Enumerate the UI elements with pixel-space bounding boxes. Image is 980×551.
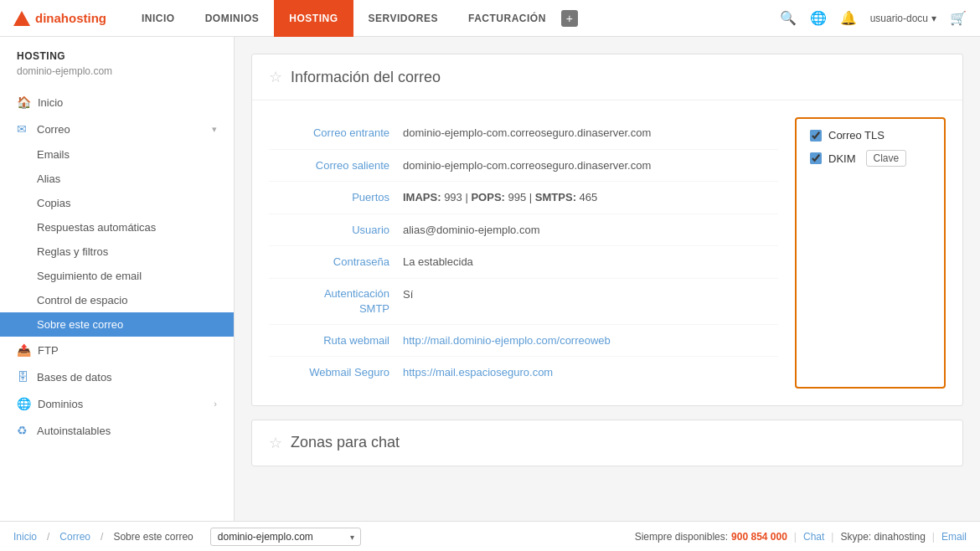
label-puertos: Puertos xyxy=(269,189,403,206)
ftp-icon: 📤 xyxy=(17,343,31,357)
sep-skype-email: | xyxy=(932,531,935,543)
nav-servidores[interactable]: SERVIDORES xyxy=(353,0,453,37)
email-link[interactable]: Email xyxy=(941,531,967,543)
sep-chat-skype: | xyxy=(831,531,833,543)
sidebar-item-correo[interactable]: ✉ Correo ▾ xyxy=(0,116,234,142)
pops-value: 995 xyxy=(508,191,529,203)
star-icon[interactable]: ☆ xyxy=(269,68,282,86)
chevron-right-icon: › xyxy=(214,399,217,409)
logo[interactable]: dinahosting xyxy=(13,11,106,26)
sidebar-item-bases[interactable]: 🗄 Bases de datos xyxy=(0,363,234,390)
sidebar-item-autoinstalables[interactable]: ♻ Autoinstalables xyxy=(0,417,234,444)
info-row-usuario: Usuario alias@dominio-ejemplo.com xyxy=(269,214,778,247)
dkim-label: DKIM xyxy=(828,152,856,165)
logo-triangle-icon xyxy=(13,11,30,26)
correo-tls-label: Correo TLS xyxy=(828,129,885,142)
sidebar-item-ftp-label: FTP xyxy=(38,344,59,357)
value-ruta-webmail: http://mail.dominio-ejemplo.com/correowe… xyxy=(403,332,611,349)
webmail-link[interactable]: http://mail.dominio-ejemplo.com/correowe… xyxy=(403,334,611,347)
info-card: ☆ Información del correo Correo entrante… xyxy=(251,54,963,406)
label-correo-saliente: Correo saliente xyxy=(269,157,403,174)
info-row-webmail: Ruta webmail http://mail.dominio-ejemplo… xyxy=(269,325,778,358)
zonas-card-header: ☆ Zonas para chat xyxy=(252,420,962,466)
breadcrumb-correo[interactable]: Correo xyxy=(59,531,90,543)
logo-text: dinahosting xyxy=(35,11,106,25)
sidebar-item-dominios-label: Dominios xyxy=(38,398,83,410)
breadcrumb-sep-1: / xyxy=(47,531,49,543)
value-contrasena: La establecida xyxy=(403,254,473,270)
sidebar-sub-seguimiento[interactable]: Seguimiento de email xyxy=(0,264,234,288)
domain-select-container: dominio-ejemplo.com ▾ xyxy=(210,528,361,546)
sidebar-sub-control[interactable]: Control de espacio xyxy=(0,288,234,312)
sidebar-sub-alias[interactable]: Alias xyxy=(0,167,234,191)
value-webmail-seguro: https://mail.espacioseguro.com xyxy=(403,364,553,381)
sidebar-sub-emails[interactable]: Emails xyxy=(0,142,234,167)
value-usuario: alias@dominio-ejemplo.com xyxy=(403,222,539,239)
zonas-star-icon[interactable]: ☆ xyxy=(269,434,282,452)
email-icon: ✉ xyxy=(17,122,30,136)
nav-icons: 🔍 🌐 🔔 usuario-docu ▾ 🛒 xyxy=(780,10,967,26)
smtps-value: 465 xyxy=(580,191,598,203)
label-correo-entrante: Correo entrante xyxy=(269,125,403,142)
sidebar-section-title: HOSTING xyxy=(0,50,234,65)
sep-phone-chat: | xyxy=(794,531,797,543)
sidebar-item-autoinstalables-label: Autoinstalables xyxy=(37,425,111,437)
webmail-seguro-link[interactable]: https://mail.espacioseguro.com xyxy=(403,366,553,378)
search-icon[interactable]: 🔍 xyxy=(780,10,797,26)
bottom-bar: Inicio / Correo / Sobre este correo domi… xyxy=(0,521,980,551)
info-row-webmail-seguro: Webmail Seguro https://mail.espaciosegur… xyxy=(269,357,778,389)
correo-tls-item: Correo TLS xyxy=(810,129,931,142)
sidebar-domain: dominio-ejemplo.com xyxy=(0,65,234,89)
smtps-label: SMTPS: xyxy=(535,191,576,203)
info-row-contrasena: Contraseña La establecida xyxy=(269,246,778,279)
info-row-entrante: Correo entrante dominio-ejemplo-com.corr… xyxy=(269,117,778,150)
sidebar-sub-reglas[interactable]: Reglas y filtros xyxy=(0,239,234,264)
database-icon: 🗄 xyxy=(17,370,30,384)
sidebar-sub-respuestas[interactable]: Respuestas automáticas xyxy=(0,215,234,239)
phone-number[interactable]: 900 854 000 xyxy=(731,531,787,543)
zonas-card-title: Zonas para chat xyxy=(291,434,400,451)
bell-icon[interactable]: 🔔 xyxy=(840,10,857,26)
user-menu[interactable]: usuario-docu ▾ xyxy=(870,13,936,24)
dkim-checkbox[interactable] xyxy=(810,152,822,164)
always-available: Siempre disponibles: 900 854 000 | Chat … xyxy=(635,531,967,543)
main-content: ☆ Información del correo Correo entrante… xyxy=(235,37,980,521)
domain-select[interactable]: dominio-ejemplo.com xyxy=(210,528,361,546)
label-auth-smtp: AutenticaciónSMTP xyxy=(269,286,403,317)
sidebar-sub-sobre-correo[interactable]: Sobre este correo xyxy=(0,312,234,337)
label-ruta-webmail: Ruta webmail xyxy=(269,332,403,349)
globe-icon[interactable]: 🌐 xyxy=(810,10,827,26)
home-icon: 🏠 xyxy=(17,95,31,109)
sidebar-sub-copias[interactable]: Copias xyxy=(0,191,234,215)
sidebar-item-correo-label: Correo xyxy=(37,123,70,136)
breadcrumb-current: Sobre este correo xyxy=(113,531,193,543)
sidebar-item-inicio[interactable]: 🏠 Inicio xyxy=(0,89,234,116)
value-correo-entrante: dominio-ejemplo-com.correoseguro.dinaser… xyxy=(403,125,651,142)
tls-box: Correo TLS DKIM Clave xyxy=(795,117,946,389)
main-layout: HOSTING dominio-ejemplo.com 🏠 Inicio ✉ C… xyxy=(0,37,980,521)
cart-icon[interactable]: 🛒 xyxy=(950,10,967,26)
nav-facturacion[interactable]: FACTURACIÓN xyxy=(453,0,561,37)
label-usuario: Usuario xyxy=(269,222,403,239)
domain-select-wrapper: dominio-ejemplo.com ▾ xyxy=(210,528,361,546)
nav-hosting[interactable]: HOSTING xyxy=(274,0,353,37)
nav-add-button[interactable]: + xyxy=(561,10,578,27)
nav-dominios[interactable]: DOMINIOS xyxy=(190,0,275,37)
pops-label: POPS: xyxy=(471,191,504,203)
info-row-auth-smtp: AutenticaciónSMTP Sí xyxy=(269,279,778,325)
info-row-puertos: Puertos IMAPS: 993 | POPS: 995 | SMTPS: … xyxy=(269,182,778,214)
value-correo-saliente: dominio-ejemplo-com.correoseguro.dinaser… xyxy=(403,157,651,174)
domain-icon: 🌐 xyxy=(17,397,31,410)
chat-link[interactable]: Chat xyxy=(803,531,824,543)
sidebar-item-ftp[interactable]: 📤 FTP xyxy=(0,337,234,363)
breadcrumb-inicio[interactable]: Inicio xyxy=(13,531,37,543)
nav-inicio[interactable]: INICIO xyxy=(126,0,190,37)
clave-button[interactable]: Clave xyxy=(866,150,907,167)
dkim-item: DKIM Clave xyxy=(810,150,931,167)
sidebar-item-inicio-label: Inicio xyxy=(38,96,63,109)
info-card-body: Correo entrante dominio-ejemplo-com.corr… xyxy=(252,100,962,405)
sidebar-item-dominios[interactable]: 🌐 Dominios › xyxy=(0,390,234,417)
skype-info: Skype: dinahosting xyxy=(840,531,925,543)
label-webmail-seguro: Webmail Seguro xyxy=(269,364,403,381)
correo-tls-checkbox[interactable] xyxy=(810,130,822,142)
